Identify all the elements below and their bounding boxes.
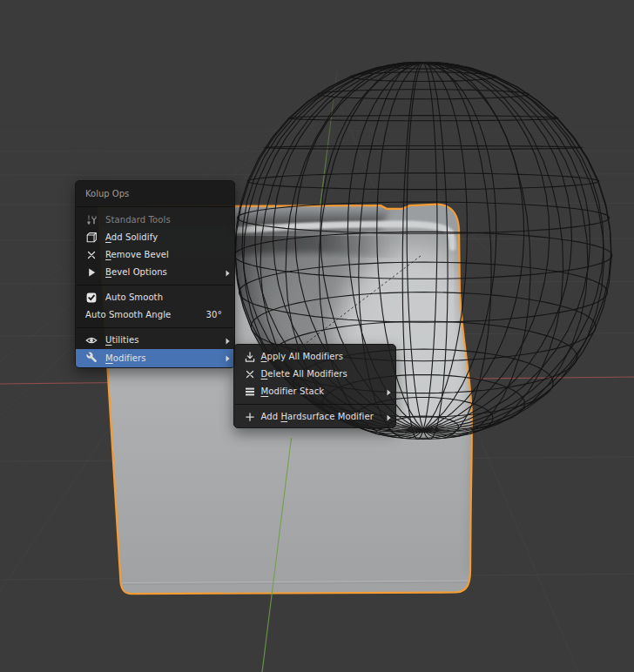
eye-icon (85, 334, 98, 346)
blender-3d-viewport: Kolup Ops Standard Tools Add Solidify Re… (0, 0, 634, 672)
menu-separator (77, 327, 233, 328)
menu-item-label: Apply All Modifiers (261, 352, 344, 361)
menu-item-add-solidify[interactable]: Add Solidify (76, 229, 234, 246)
menu-item-label: Remove Bevel (105, 250, 169, 259)
menu-item-standard-tools[interactable]: Standard Tools (76, 212, 234, 229)
menu-item-label: Delete All Modifiers (261, 369, 347, 379)
chevron-right-icon (226, 354, 230, 361)
kolup-ops-menu: Kolup Ops Standard Tools Add Solidify Re… (75, 180, 235, 368)
menu-item-label: Standard Tools (105, 215, 171, 225)
wrench-icon (85, 352, 98, 364)
menu-item-remove-bevel[interactable]: Remove Bevel (76, 246, 234, 264)
solidify-icon (85, 232, 98, 244)
import-icon (244, 351, 256, 363)
menu-title: Kolup Ops (76, 181, 234, 206)
menu-item-bevel-options[interactable]: Bevel Options (76, 264, 234, 281)
chevron-right-icon (387, 413, 391, 420)
menu-item-apply-all-modifiers[interactable]: Apply All Modifiers (234, 348, 395, 366)
menu-item-utilities[interactable]: Utilities (76, 332, 234, 349)
menu-item-label: Bevel Options (105, 267, 167, 277)
menu-item-label: Add Solidify (105, 232, 158, 242)
modifiers-submenu: Apply All Modifiers Delete All Modifiers… (233, 344, 396, 428)
menu-item-auto-smooth-angle[interactable]: Auto Smooth Angle30° (76, 306, 234, 324)
menu-item-delete-all-modifiers[interactable]: Delete All Modifiers (234, 366, 395, 383)
menu-icon (244, 386, 256, 398)
tools-icon (85, 214, 98, 226)
menu-item-label: Add Hardsurface Modifier (261, 412, 374, 421)
menu-item-label: Utilities (105, 335, 139, 345)
menu-item-label: Modifier Stack (261, 386, 325, 396)
plus-icon (244, 411, 256, 423)
menu-item-label: Modifiers (105, 353, 146, 363)
chevron-right-icon (226, 337, 230, 344)
chevron-right-icon (226, 269, 230, 276)
menu-separator (77, 285, 233, 286)
x-icon (85, 249, 98, 261)
menu-item-auto-smooth[interactable]: Auto Smooth (76, 289, 234, 306)
menu-item-value[interactable]: 30° (206, 310, 222, 319)
menu-item-modifiers[interactable]: Modifiers (76, 349, 234, 367)
menu-separator (235, 404, 395, 405)
checkbox-checked-icon (85, 292, 98, 304)
menu-item-modifier-stack[interactable]: Modifier Stack (234, 383, 395, 400)
play-icon (85, 266, 98, 279)
menu-item-label: Auto Smooth (105, 292, 163, 302)
menu-item-label: Auto Smooth Angle (85, 310, 171, 319)
chevron-right-icon (387, 388, 391, 395)
menu-item-add-hardsurface-modifier[interactable]: Add Hardsurface Modifier (234, 408, 395, 426)
x-icon (244, 368, 256, 380)
